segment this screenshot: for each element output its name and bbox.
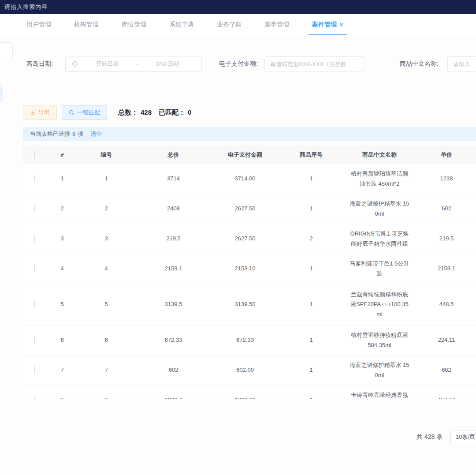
header-unit: 单价 [415, 151, 476, 159]
row-checkbox[interactable] [34, 235, 35, 242]
cell-index: 2 [47, 204, 78, 213]
epay-amount-label: 电子支付金额: [219, 60, 258, 68]
tab-menu-management[interactable]: 菜单管理 [261, 14, 293, 35]
row-checkbox[interactable] [34, 396, 35, 399]
match-stats: 总数：428已匹配：0 [118, 108, 194, 117]
cell-total: 2408 [135, 204, 212, 213]
table-row[interactable]: 4 4 2159.1 2159.10 1 马爹利蓝带干邑1.5公升装 2159.… [23, 254, 476, 284]
tab-label: 业务字典 [217, 21, 242, 29]
tab-post-management[interactable]: 岗位管理 [118, 14, 150, 35]
cell-seq: 1 [278, 365, 344, 375]
page-size-select[interactable]: 10条/页 [450, 430, 476, 444]
end-date-placeholder[interactable]: 结束日期 [140, 60, 195, 68]
cell-seq: 1 [278, 174, 344, 183]
cell-name: 兰蔻菁纯臻颜精华粉底液SPF20PA+++100 35ml [344, 286, 415, 322]
one-click-match-button[interactable]: 一键匹配 [62, 105, 107, 120]
cell-unit: 224.11 [415, 335, 476, 345]
cell-epay: 3139.50 [212, 299, 278, 309]
header-epay: 电子支付金额 [212, 151, 278, 159]
export-button-label: 导出 [38, 108, 50, 116]
page-size-value: 10条/页 [456, 433, 475, 441]
tab-label: 机构管理 [74, 21, 99, 29]
cell-code: 4 [78, 264, 135, 273]
tab-user-management[interactable]: 用户管理 [23, 14, 55, 35]
product-name-label: 商品中文名称: [400, 60, 439, 68]
tab-label: 用户管理 [26, 21, 51, 29]
edge-highlight [0, 85, 3, 101]
table-row[interactable]: 1 1 3714 3714.00 1 植村秀新琥珀臻萃洁颜油套装 450ml*2… [23, 164, 476, 194]
cell-epay: 2159.10 [212, 264, 278, 273]
tab-label: 系统字典 [169, 21, 194, 29]
row-checkbox[interactable] [34, 366, 35, 374]
cell-index: 8 [47, 395, 78, 399]
tab-org-management[interactable]: 机构管理 [71, 14, 102, 35]
cell-seq: 1 [278, 264, 344, 273]
cell-total: 3714 [135, 174, 212, 183]
header-name: 商品中文名称 [344, 151, 415, 159]
global-search-input[interactable]: 请输入搜索内容 [4, 3, 48, 11]
product-name-input[interactable] [447, 56, 476, 71]
row-checkbox[interactable] [34, 175, 35, 182]
tab-label: 案件管理 [312, 21, 337, 29]
start-date-placeholder[interactable]: 开始日期 [80, 60, 135, 68]
selection-info-bar: 当前表格已选择 0 项 清空 [23, 127, 476, 141]
download-icon [30, 110, 36, 116]
cell-index: 5 [47, 299, 78, 309]
cell-unit: 219.5 [415, 234, 476, 243]
cell-epay: 2627.50 [212, 204, 278, 213]
tab-case-management[interactable]: 案件管理 × [309, 14, 347, 35]
row-checkbox[interactable] [34, 300, 35, 308]
cell-unit: 602 [415, 365, 476, 375]
cell-total: 602 [135, 365, 212, 375]
pagination-total: 共 428 条 [416, 433, 443, 441]
cell-name: 海蓝之谜修护精萃水 150ml [344, 357, 415, 383]
cell-index: 6 [47, 335, 78, 345]
row-checkbox[interactable] [34, 205, 35, 212]
cell-seq: 1 [278, 204, 344, 213]
table-row[interactable]: 5 5 3139.5 3139.50 1 兰蔻菁纯臻颜精华粉底液SPF20PA+… [23, 284, 476, 325]
close-icon[interactable]: × [340, 22, 343, 27]
total-value: 428 [141, 108, 152, 116]
selection-suffix: 项 [78, 130, 83, 138]
select-all-checkbox[interactable] [34, 151, 35, 159]
header-index: # [47, 152, 78, 158]
cell-seq: 1 [278, 395, 344, 399]
cell-unit: 448.5 [415, 299, 476, 309]
selection-prefix: 当前表格已选择 [30, 130, 70, 138]
cell-code: 2 [78, 204, 135, 213]
tab-business-dict[interactable]: 业务字典 [213, 14, 245, 35]
table-row[interactable]: 3 3 219.5 2627.50 2 ORIGINS韦博士灵芝焕能好底子精华水… [23, 224, 476, 254]
row-checkbox[interactable] [34, 265, 35, 272]
clear-selection-link[interactable]: 清空 [90, 130, 102, 138]
header-total: 总价 [135, 151, 212, 159]
cell-index: 4 [47, 264, 78, 273]
tab-label: 菜单管理 [264, 21, 289, 29]
depart-date-range-picker[interactable]: 开始日期 - 结束日期 [65, 56, 202, 72]
selection-count: 0 [72, 131, 75, 138]
cell-code: 8 [78, 395, 135, 399]
tab-system-dict[interactable]: 系统字典 [166, 14, 197, 35]
epay-amount-input[interactable] [264, 56, 364, 71]
cell-unit: 2159.1 [415, 264, 476, 273]
date-separator: - [135, 61, 140, 67]
case-table: # 编号 总价 电子支付金额 商品序号 商品中文名称 单价 1 1 3714 3… [23, 146, 476, 399]
cell-code: 1 [78, 174, 135, 183]
table-row[interactable]: 8 8 1323.6 1323.60 1 卡诗菁纯亮泽经典香氛发油 100ml … [23, 385, 476, 399]
cell-name: 植村秀羽纱持妆粉底液 584 35ml [344, 327, 415, 353]
row-checkbox[interactable] [34, 336, 35, 344]
table-row[interactable]: 7 7 602 602.00 1 海蓝之谜修护精萃水 150ml 602 [23, 355, 476, 385]
cell-unit: 453.44 [415, 395, 476, 399]
cell-epay: 2627.50 [212, 234, 278, 243]
table-header-row: # 编号 总价 电子支付金额 商品序号 商品中文名称 单价 [23, 146, 476, 164]
tab-bar: 用户管理 机构管理 岗位管理 系统字典 业务字典 菜单管理 案件管理 × [0, 14, 476, 35]
total-label: 总数： [118, 108, 138, 116]
cell-code: 5 [78, 299, 135, 309]
cell-name: 植村秀新琥珀臻萃洁颜油套装 450ml*2 [344, 165, 415, 192]
table-row[interactable]: 6 6 672.33 672.33 1 植村秀羽纱持妆粉底液 584 35ml … [23, 325, 476, 355]
cell-total: 2159.1 [135, 264, 212, 273]
table-row[interactable]: 2 2 2408 2627.50 1 海蓝之谜修护精萃水 150ml 602 [23, 194, 476, 224]
cell-epay: 3714.00 [212, 174, 278, 183]
export-button[interactable]: 导出 [23, 105, 57, 120]
cell-seq: 1 [278, 335, 344, 345]
cell-epay: 672.33 [212, 335, 278, 345]
